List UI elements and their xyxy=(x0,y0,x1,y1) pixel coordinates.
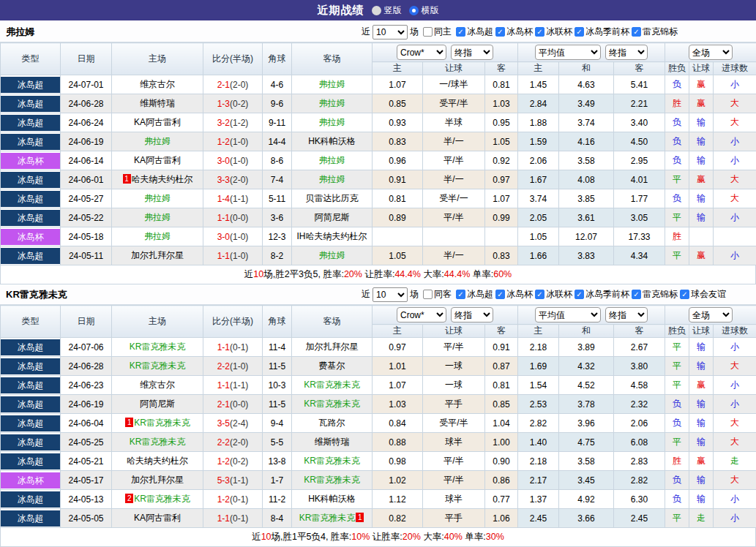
fulltime-score: 2-2 xyxy=(217,361,230,371)
fulltime-score: 1-4 xyxy=(217,194,230,204)
league-filter[interactable]: ✓冰岛超 xyxy=(456,288,493,301)
home-team-cell: KR雷克雅未克 xyxy=(112,433,203,452)
league-filter[interactable]: ✓雷克锦标 xyxy=(632,26,678,38)
result-cell: 平 xyxy=(665,208,689,227)
team-label: 贝雷达比历克 xyxy=(306,193,359,203)
league-filter[interactable]: ✓冰岛杯 xyxy=(495,26,533,38)
col-away: 客场 xyxy=(292,43,373,75)
same-venue-filter[interactable]: 同主 xyxy=(423,26,452,38)
corners-cell: 7-4 xyxy=(263,170,292,189)
checkbox-checked-icon[interactable]: ✓ xyxy=(632,27,641,37)
score-cell: 3-0(1-0) xyxy=(203,151,263,170)
odds-company-select[interactable]: Crow* xyxy=(397,307,446,322)
score-cell: 1-1(0-0) xyxy=(203,208,263,227)
recent-count-select[interactable]: 10 xyxy=(373,287,408,302)
col-home: 主场 xyxy=(112,306,203,338)
away-team-cell: 弗拉姆 xyxy=(292,94,373,113)
checkbox-checked-icon[interactable]: ✓ xyxy=(495,290,505,299)
fulltime-score: 1-1 xyxy=(217,213,230,223)
team-label: KR雷克雅未克 xyxy=(130,342,186,352)
same-venue-checkbox[interactable] xyxy=(423,290,433,299)
company-odds-cell: 平/半 xyxy=(423,471,485,490)
home-team-cell: 哈夫纳夫约杜尔 xyxy=(112,452,203,471)
checkbox-checked-icon[interactable]: ✓ xyxy=(456,290,465,299)
average-odds-cell: 4.58 xyxy=(614,376,665,395)
result-cell: 小 xyxy=(714,151,756,170)
company-odds-cell: 平/半 xyxy=(423,151,485,170)
company-odds-cell: 0.92 xyxy=(485,151,518,170)
average-odds-select[interactable]: 平均值 xyxy=(535,307,601,322)
match-row: 冰岛超24-05-27弗拉姆1-4(1-1)5-11贝雷达比历克0.81受半/一… xyxy=(1,189,756,208)
company-odds-cell: 1.03 xyxy=(485,94,518,113)
league-filter[interactable]: ✓冰岛杯 xyxy=(495,288,533,301)
away-team-cell: KR雷克雅未克 xyxy=(292,471,373,490)
checkbox-checked-icon[interactable]: ✓ xyxy=(575,290,584,299)
league-badge: 冰岛杯 xyxy=(1,229,60,245)
result-cell: 小 xyxy=(714,208,756,227)
away-team-cell: 弗拉姆 xyxy=(292,170,373,189)
league-filter[interactable]: ✓冰联杯 xyxy=(535,288,572,301)
result-cell: 小 xyxy=(714,395,756,414)
same-venue-filter[interactable]: 同客 xyxy=(423,288,452,301)
date-cell: 24-06-28 xyxy=(61,357,112,376)
match-scope-select[interactable]: 全场 xyxy=(689,307,733,322)
checkbox-checked-icon[interactable]: ✓ xyxy=(632,290,641,299)
average-odds-cell: 4.50 xyxy=(614,132,665,151)
result-cell: 小 xyxy=(714,75,756,94)
odds-company-select[interactable]: Crow* xyxy=(397,45,446,60)
home-team-cell: KA阿古雷利 xyxy=(112,509,203,528)
radio-selected-icon[interactable] xyxy=(409,6,419,15)
result-cell: 输 xyxy=(689,395,714,414)
match-row: 冰岛杯24-05-18弗拉姆3-0(1-0)12-3IH哈夫纳夫约杜尔1.051… xyxy=(1,227,756,246)
average-odds-cell: 3.61 xyxy=(559,208,614,227)
league-filter-label: 冰岛杯 xyxy=(506,26,533,38)
away-team-cell: 贝雷达比历克 xyxy=(292,189,373,208)
league-filter[interactable]: ✓球会友谊 xyxy=(680,288,726,301)
radio-unselected-icon[interactable] xyxy=(372,6,381,15)
league-filter[interactable]: ✓冰联杯 xyxy=(535,26,572,38)
corners-cell: 9-11 xyxy=(263,113,292,132)
league-filter[interactable]: ✓冰岛季前杯 xyxy=(575,288,629,301)
match-row: 冰岛超24-06-011哈夫纳夫约杜尔3-3(2-0)7-4弗拉姆0.91半/一… xyxy=(1,170,756,189)
company-odds-time-select[interactable]: 终指 xyxy=(451,45,493,60)
team-label: 弗拉姆 xyxy=(319,250,345,260)
checkbox-checked-icon[interactable]: ✓ xyxy=(495,27,505,37)
average-odds-cell: 1.66 xyxy=(518,246,559,265)
average-odds-time-select[interactable]: 终指 xyxy=(605,45,648,60)
match-scope-select[interactable]: 全场 xyxy=(689,45,733,60)
recent-count-select[interactable]: 10 xyxy=(373,25,408,39)
same-venue-checkbox[interactable] xyxy=(423,27,433,37)
result-cell: 输 xyxy=(689,189,714,208)
date-cell: 24-05-05 xyxy=(61,509,112,528)
checkbox-checked-icon[interactable]: ✓ xyxy=(680,290,689,299)
match-row: 冰岛超24-05-21哈夫纳夫约杜尔1-2(0-2)13-8KR雷克雅未克0.9… xyxy=(1,452,756,471)
average-odds-select[interactable]: 平均值 xyxy=(535,45,601,60)
league-filter[interactable]: ✓冰岛季前杯 xyxy=(575,26,629,38)
fulltime-score: 3-2 xyxy=(217,118,230,128)
date-cell: 24-06-19 xyxy=(61,395,112,414)
col-score: 比分(半场) xyxy=(203,306,263,338)
near-label: 近 xyxy=(362,26,370,38)
checkbox-checked-icon[interactable]: ✓ xyxy=(575,27,584,37)
home-team-cell: 维京古尔 xyxy=(112,376,203,395)
average-odds-cell: 1.88 xyxy=(518,113,559,132)
fulltime-score: 1-1 xyxy=(217,342,230,352)
checkbox-checked-icon[interactable]: ✓ xyxy=(456,27,465,37)
checkbox-checked-icon[interactable]: ✓ xyxy=(535,27,544,37)
league-filter[interactable]: ✓冰岛超 xyxy=(456,26,493,38)
average-odds-cell: 2.82 xyxy=(614,471,665,490)
score-cell: 2-1(0-0) xyxy=(203,395,263,414)
halftime-score: (1-1) xyxy=(230,380,248,391)
league-cell: 冰岛超 xyxy=(1,414,61,433)
layout-radio-vertical[interactable]: 竖版 xyxy=(372,4,402,17)
average-odds-cell: 3.74 xyxy=(559,113,614,132)
layout-radio-horizontal[interactable]: 横版 xyxy=(409,4,439,17)
company-odds-time-select[interactable]: 终指 xyxy=(451,307,493,322)
average-odds-time-select[interactable]: 终指 xyxy=(605,307,648,322)
league-cell: 冰岛超 xyxy=(1,452,61,471)
league-filter[interactable]: ✓雷克锦标 xyxy=(632,288,678,301)
league-filter-label: 球会友谊 xyxy=(691,288,726,301)
team-label: 维京古尔 xyxy=(140,380,175,390)
result-cell: 胜 xyxy=(665,452,689,471)
checkbox-checked-icon[interactable]: ✓ xyxy=(535,290,544,299)
